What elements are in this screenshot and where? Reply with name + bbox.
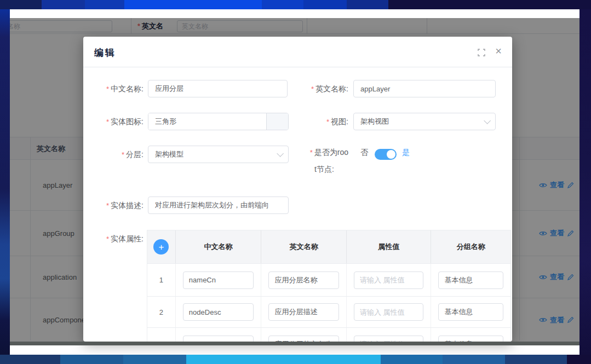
app-window: *英文名 英文名称 appLayer 查看 appGroup — [10, 9, 579, 355]
entity-icon-field — [148, 113, 289, 130]
attr-group-input[interactable] — [438, 303, 503, 321]
column-header: 英文名称 — [261, 230, 347, 263]
attr-group-input[interactable] — [438, 271, 503, 289]
view-select[interactable]: 架构视图 — [353, 113, 496, 130]
required-mark: * — [106, 85, 109, 93]
attr-en-name-input[interactable] — [268, 336, 339, 342]
attr-group-input[interactable] — [438, 336, 503, 342]
attribute-table: + 中文名称 英文名称 属性值 分组名称 1 2 — [147, 230, 511, 342]
wallpaper-segment — [0, 0, 42, 9]
column-header: 分组名称 — [431, 230, 510, 263]
chevron-down-icon — [277, 150, 284, 157]
attribute-row: 1 — [147, 263, 510, 296]
wallpaper-top — [0, 0, 591, 9]
column-header: 中文名称 — [176, 230, 262, 263]
wallpaper-segment — [123, 355, 186, 364]
view-label: *视图: — [300, 113, 348, 131]
wallpaper-segment — [381, 355, 443, 364]
view-select-value: 架构视图 — [360, 117, 389, 126]
wallpaper-segment — [186, 355, 381, 364]
wallpaper-segment — [124, 0, 262, 9]
entity-desc-label: *实体描述: — [94, 197, 144, 215]
entity-icon-input[interactable] — [148, 113, 266, 130]
en-name-label: *英文名称: — [300, 80, 348, 98]
switch-off-text: 否 — [360, 148, 368, 158]
wallpaper-segment — [567, 355, 591, 364]
wallpaper-bottom — [0, 355, 591, 364]
switch-knob — [387, 150, 395, 159]
required-mark: * — [311, 85, 314, 93]
wallpaper-segment — [262, 0, 303, 9]
is-root-label: *是否为roo t节点: — [300, 148, 348, 175]
cn-name-input[interactable] — [148, 80, 288, 97]
attr-en-name-input[interactable] — [268, 271, 339, 289]
required-mark: * — [106, 201, 109, 210]
attr-value-input[interactable] — [354, 336, 424, 342]
column-header: 属性值 — [347, 230, 432, 263]
en-name-input[interactable] — [353, 80, 496, 97]
row-number: 2 — [159, 308, 163, 316]
wallpaper-right — [579, 9, 591, 355]
required-mark: * — [310, 148, 313, 157]
attr-cn-name-input[interactable] — [183, 336, 254, 342]
wallpaper-segment — [85, 0, 124, 9]
close-icon[interactable]: × — [493, 44, 504, 58]
layer-select-value: 架构模型 — [155, 149, 183, 159]
attr-value-input[interactable] — [354, 271, 424, 289]
switch-on-text: 是 — [402, 148, 410, 158]
required-mark: * — [122, 151, 124, 159]
wallpaper-segment — [0, 355, 60, 364]
screen: *英文名 英文名称 appLayer 查看 appGroup — [0, 0, 591, 364]
wallpaper-segment — [505, 355, 567, 364]
required-mark: * — [326, 118, 329, 126]
dialog-title: 编辑 — [94, 47, 116, 59]
wallpaper-segment — [60, 355, 123, 364]
layer-label: *分层: — [94, 146, 144, 164]
required-mark: * — [106, 118, 109, 126]
attribute-row: 2 — [147, 296, 510, 327]
row-number: 1 — [159, 276, 163, 284]
edit-dialog: 编辑 × *中文名称: *英文名称: *实体图标: *视图: 架构视图 — [83, 37, 512, 342]
divider — [83, 67, 512, 67]
root-switch[interactable] — [375, 149, 397, 160]
attr-value-input[interactable] — [354, 303, 424, 321]
wallpaper-segment — [42, 0, 85, 9]
entity-desc-input[interactable] — [148, 197, 289, 214]
entity-attrs-label: *实体属性: — [94, 230, 144, 248]
wallpaper-segment — [388, 0, 591, 9]
icon-preview-addon[interactable] — [266, 113, 288, 130]
required-mark: * — [106, 235, 109, 243]
attr-en-name-input[interactable] — [268, 303, 339, 321]
wallpaper-left — [0, 9, 10, 355]
attribute-row: 3 — [147, 327, 510, 342]
cn-name-label: *中文名称: — [94, 80, 144, 98]
screenshot-bottom-edge — [10, 342, 579, 345]
wallpaper-segment — [303, 0, 347, 9]
fullscreen-icon[interactable] — [478, 49, 486, 57]
layer-select[interactable]: 架构模型 — [148, 146, 289, 163]
attr-cn-name-input[interactable] — [183, 303, 254, 321]
chevron-down-icon — [484, 117, 491, 124]
entity-icon-label: *实体图标: — [94, 113, 144, 131]
attr-cn-name-input[interactable] — [183, 271, 254, 289]
wallpaper-segment — [347, 0, 388, 9]
wallpaper-segment — [443, 355, 505, 364]
add-attribute-button[interactable]: + — [153, 239, 169, 255]
attribute-table-header: + 中文名称 英文名称 属性值 分组名称 — [147, 230, 510, 263]
